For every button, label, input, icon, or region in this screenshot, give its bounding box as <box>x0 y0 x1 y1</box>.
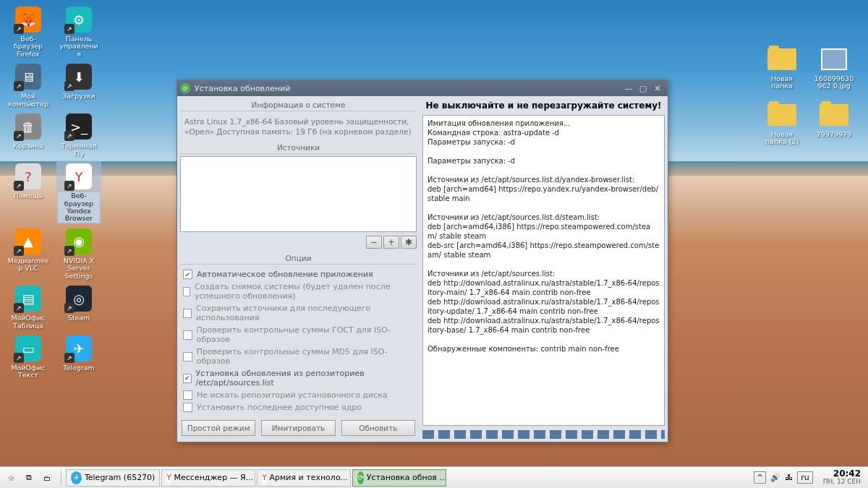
desktop-icon-label: Панель управления <box>58 35 100 58</box>
checkbox-icon[interactable] <box>183 309 192 318</box>
clock[interactable]: 20:42 ПН, 12 СЕН <box>819 469 865 486</box>
option-row-0[interactable]: Автоматическое обновление приложения <box>183 268 414 281</box>
window-body: Информация о системе Astra Linux 1.7_x86… <box>177 96 668 442</box>
desktop-icon-table[interactable]: ▤МойОфис Таблица <box>6 283 51 331</box>
shortcut-badge-icon <box>64 181 75 191</box>
add-source-button[interactable]: + <box>383 236 399 249</box>
update-window: ⟳ Установка обновлений — ▢ ✕ Информация … <box>176 80 668 442</box>
desktop-icon-yandex[interactable]: YВеб-браузер Yandex Browser <box>56 160 101 224</box>
desktop-icon-label: Медиаплеер VLC <box>7 257 49 273</box>
option-row-5[interactable]: Установка обновления из репозиториев /et… <box>183 367 414 389</box>
desktop-icon-firefox[interactable]: 🦊Веб-браузер Firefox <box>6 4 51 59</box>
volume-icon[interactable]: 🔊 <box>770 473 780 482</box>
desktop-icon-label: Помощь <box>14 192 43 200</box>
update-button[interactable]: Обновить <box>341 420 415 436</box>
shortcut-badge-icon <box>14 81 24 91</box>
trash-icon: 🗑 <box>14 112 43 141</box>
desktop: 🦊Веб-браузер Firefox⚙Панель управления🖥М… <box>0 0 868 488</box>
update-icon: ⟳ <box>357 471 363 484</box>
desktop-icon-text[interactable]: ▭МойОфис Текст <box>6 333 51 381</box>
desktop-icon-label: Новая папка (2) <box>761 131 803 146</box>
warning-text: Не выключайте и не перезагружайте систем… <box>422 99 665 112</box>
shortcut-badge-icon <box>64 24 75 34</box>
desktop-icon-label: Веб-браузер Yandex Browser <box>58 192 100 223</box>
right-pane: Не выключайте и не перезагружайте систем… <box>420 96 668 442</box>
option-label: Установить последнее доступное ядро <box>197 403 362 412</box>
desktop-icon-79979979[interactable]: 79979979 <box>812 99 856 147</box>
shortcut-badge-icon <box>14 131 24 141</box>
task-label: Армия и техноло... <box>270 473 349 482</box>
checkbox-icon[interactable] <box>183 270 192 279</box>
language-indicator[interactable]: ru <box>797 471 813 484</box>
yandex-icon: Y <box>64 162 93 191</box>
show-desktop-button[interactable]: ⧉ <box>21 469 37 487</box>
desktop-icon-terminal[interactable]: >_Терминал Fly <box>56 111 101 159</box>
option-row-1[interactable]: Создать снимок системы (будет удален пос… <box>183 281 414 302</box>
taskbar-task-yandex[interactable]: YАрмия и техноло... <box>257 469 351 487</box>
clock-date: ПН, 12 СЕН <box>823 479 861 486</box>
desktop-icon-Новая-папка[interactable]: Новая папка <box>760 43 804 92</box>
checkbox-icon[interactable] <box>183 330 192 340</box>
left-pane: Информация о системе Astra Linux 1.7_x86… <box>177 96 420 442</box>
desktop-icon-Новая-папка-(2)[interactable]: Новая папка (2) <box>760 99 804 147</box>
desktop-icon-steam[interactable]: ◎Steam <box>56 283 101 331</box>
option-label: Проверить контрольные суммы MD5 для ISO-… <box>197 347 414 366</box>
desktop-icon-label: 160899630962 0.jpg <box>813 75 855 90</box>
option-row-4[interactable]: Проверить контрольные суммы MD5 для ISO-… <box>183 346 414 367</box>
file-manager-button[interactable]: 🗀 <box>38 469 56 487</box>
option-label: Создать снимок системы (будет удален пос… <box>195 282 414 301</box>
option-row-6[interactable]: Не искать репозиторий установочного диск… <box>183 389 414 401</box>
checkbox-icon[interactable] <box>183 403 192 412</box>
desktop-icon-160899630962-0.jpg[interactable]: 160899630962 0.jpg <box>812 43 856 92</box>
desktop-icon-help[interactable]: ?Помощь <box>6 160 51 224</box>
checkbox-icon[interactable] <box>183 390 192 400</box>
shortcut-badge-icon <box>14 246 24 256</box>
close-button[interactable]: ✕ <box>650 82 665 94</box>
checkbox-icon[interactable] <box>183 352 192 361</box>
button-row: Простой режим Имитировать Обновить <box>180 417 417 439</box>
taskbar-tasks: ✈Telegram (65270)YМессенджер — Я...YАрми… <box>66 469 446 487</box>
desktop-icon-vlc[interactable]: ▲Медиаплеер VLC <box>6 226 51 281</box>
option-row-7[interactable]: Установить последнее доступное ядро <box>183 401 414 414</box>
desktop-icon-label: МойОфис Таблица <box>7 314 49 330</box>
taskbar-task-yandex[interactable]: YМессенджер — Я... <box>161 469 255 487</box>
sources-header: Источники <box>180 142 417 154</box>
tray-caret-icon[interactable]: ^ <box>754 471 766 484</box>
option-label: Автоматическое обновление приложения <box>197 270 373 279</box>
shortcut-badge-icon <box>64 303 75 313</box>
desktop-icon-computer[interactable]: 🖥Мой компьютер <box>6 61 51 109</box>
desktop-icon-telegram[interactable]: ✈Telegram <box>56 333 101 381</box>
checkbox-icon[interactable] <box>183 287 190 296</box>
option-row-2[interactable]: Сохранить источники для последующего исп… <box>183 302 414 324</box>
task-label: Установка обнов ... <box>367 473 447 482</box>
desktop-icon-trash[interactable]: 🗑Корзина <box>6 111 51 159</box>
maximize-button[interactable]: ▢ <box>636 82 650 94</box>
network-icon[interactable]: 🖧 <box>785 473 793 482</box>
option-row-3[interactable]: Проверить контрольные суммы ГОСТ для ISO… <box>183 324 414 346</box>
simple-mode-button[interactable]: Простой режим <box>182 420 255 436</box>
minimize-button[interactable]: — <box>621 82 636 94</box>
desktop-icon-label: NVIDIA X Server Settings <box>58 257 100 280</box>
checkbox-icon[interactable] <box>183 374 192 383</box>
desktop-icon-nvidia[interactable]: ◉NVIDIA X Server Settings <box>56 226 101 281</box>
vlc-icon: ▲ <box>14 227 43 256</box>
yandex-icon: Y <box>262 471 266 484</box>
desktop-icon-label: 79979979 <box>817 131 851 138</box>
desktop-icon-panel[interactable]: ⚙Панель управления <box>56 4 101 59</box>
taskbar-task-telegram[interactable]: ✈Telegram (65270) <box>66 469 160 487</box>
log-output[interactable]: Имитация обновления приложения... Команд… <box>422 115 665 426</box>
titlebar[interactable]: ⟳ Установка обновлений — ▢ ✕ <box>177 80 668 96</box>
desktop-icon-downloads[interactable]: ⬇Загрузки <box>56 61 101 109</box>
shortcut-badge-icon <box>14 24 24 34</box>
remove-source-button[interactable]: − <box>366 236 382 249</box>
settings-source-button[interactable]: ✱ <box>401 236 417 249</box>
desktop-icon-label: Новая папка <box>761 75 803 90</box>
taskbar-task-update[interactable]: ⟳Установка обнов ... <box>352 469 446 487</box>
start-menu-button[interactable]: ☆ <box>3 469 20 487</box>
options-list: Автоматическое обновление приложенияСозд… <box>180 267 417 415</box>
simulate-button[interactable]: Имитировать <box>261 420 335 436</box>
progress-bar <box>422 430 665 439</box>
image-icon <box>821 48 847 70</box>
sources-list[interactable] <box>180 156 417 232</box>
shortcut-badge-icon <box>14 353 24 363</box>
